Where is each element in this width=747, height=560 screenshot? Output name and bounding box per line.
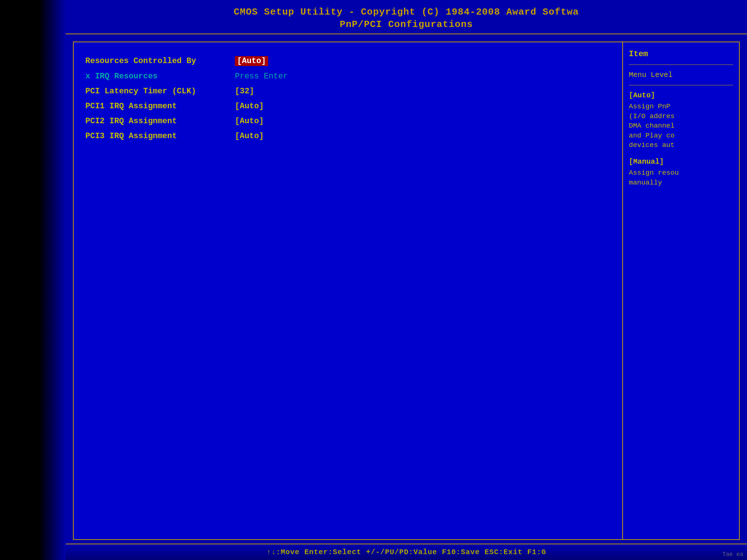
side-divider-2 (629, 85, 733, 85)
footer-text: ↑↓:Move Enter:Select +/-/PU/PD:Value F10… (266, 548, 546, 556)
row-value-pci-latency-timer[interactable]: [32] (235, 87, 254, 96)
footer: ↑↓:Move Enter:Select +/-/PU/PD:Value F10… (66, 544, 747, 560)
watermark: Tae ea (722, 551, 743, 558)
side-menu-level: Menu Level (629, 71, 733, 79)
row-value-irq-resources: Press Enter (235, 72, 288, 81)
row-value-pci1-irq[interactable]: [Auto] (235, 102, 264, 111)
side-option1-title: [Auto] (629, 91, 733, 100)
row-label-resources-controlled-by: Resources Controlled By (85, 57, 231, 66)
row-pci1-irq[interactable]: PCI1 IRQ Assignment [Auto] (81, 99, 615, 114)
content-panel: Resources Controlled By [Auto] x IRQ Res… (73, 42, 623, 540)
row-label-pci-latency-timer: PCI Latency Timer (CLK) (85, 87, 231, 96)
row-resources-controlled-by[interactable]: Resources Controlled By [Auto] (81, 53, 615, 69)
row-label-pci3-irq: PCI3 IRQ Assignment (85, 132, 231, 141)
row-label-irq-resources: x IRQ Resources (85, 72, 231, 81)
header: CMOS Setup Utility - Copyright (C) 1984-… (66, 0, 747, 34)
row-value-pci3-irq[interactable]: [Auto] (235, 132, 264, 141)
left-shadow (0, 0, 66, 560)
side-divider (629, 65, 733, 65)
side-option2-desc: Assign resou manually (629, 168, 733, 187)
row-pci3-irq[interactable]: PCI3 IRQ Assignment [Auto] (81, 129, 615, 144)
main-area: Resources Controlled By [Auto] x IRQ Res… (66, 34, 747, 544)
header-subtitle: PnP/PCI Configurations (69, 19, 743, 30)
side-title: Item (629, 50, 733, 59)
side-option1-desc: Assign PnP (I/O addres DMA channel and P… (629, 102, 733, 150)
row-value-resources-controlled-by[interactable]: [Auto] (235, 56, 268, 66)
row-label-pci1-irq: PCI1 IRQ Assignment (85, 102, 231, 111)
header-title: CMOS Setup Utility - Copyright (C) 1984-… (69, 7, 743, 18)
row-irq-resources[interactable]: x IRQ Resources Press Enter (81, 69, 615, 84)
row-pci2-irq[interactable]: PCI2 IRQ Assignment [Auto] (81, 114, 615, 129)
side-panel: Item Menu Level [Auto] Assign PnP (I/O a… (623, 42, 740, 540)
side-option2-title: [Manual] (629, 158, 733, 166)
row-pci-latency-timer[interactable]: PCI Latency Timer (CLK) [32] (81, 84, 615, 99)
row-value-pci2-irq[interactable]: [Auto] (235, 117, 264, 126)
row-label-pci2-irq: PCI2 IRQ Assignment (85, 117, 231, 126)
bios-screen: CMOS Setup Utility - Copyright (C) 1984-… (66, 0, 747, 560)
